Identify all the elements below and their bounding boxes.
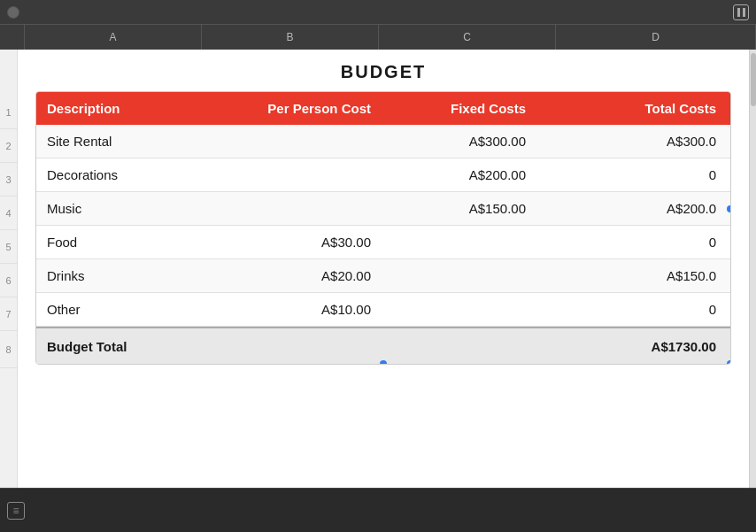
row-num-1: 1 [0, 96, 17, 129]
top-bar [0, 0, 756, 25]
row-num-header [0, 25, 25, 50]
row-num-8: 8 [0, 331, 17, 368]
row-numbers: 1 2 3 4 5 6 7 8 [0, 50, 18, 488]
row-num-5: 5 [0, 230, 17, 264]
row-num-3: 3 [0, 163, 17, 197]
cell-description-4[interactable]: Music [36, 194, 213, 223]
row-num-2: 2 [0, 129, 17, 163]
cell-total-7[interactable]: 0 [536, 295, 730, 324]
row-num-6: 6 [0, 264, 17, 297]
table-row: Food A$30.00 0 [36, 226, 730, 259]
budget-title: BUDGET [18, 50, 749, 91]
cell-description-3[interactable]: Decorations [36, 160, 213, 189]
th-fixed-costs: Fixed Costs [382, 92, 536, 125]
cell-total-per-person [213, 339, 382, 353]
app-window: A B C D 1 2 3 4 5 6 7 8 BUDGET Descripti… [0, 0, 756, 532]
cell-total-6[interactable]: A$150.0 [536, 261, 730, 290]
cell-per-person-3[interactable] [213, 168, 382, 182]
selection-handle-bottom-mid [380, 360, 387, 365]
cell-total-value: A$1730.00 [536, 332, 730, 361]
table-row: Music A$150.00 A$200.0 [36, 192, 730, 226]
column-header-row: A B C D [0, 25, 756, 50]
cell-fixed-5[interactable] [382, 235, 536, 250]
cell-per-person-7[interactable]: A$10.00 [213, 295, 382, 324]
table-row: Other A$10.00 0 [36, 293, 730, 327]
th-per-person-cost: Per Person Cost [213, 92, 382, 125]
col-header-c[interactable]: C [379, 25, 556, 50]
budget-table: Description Per Person Cost Fixed Costs … [35, 91, 731, 365]
col-header-a[interactable]: A [25, 25, 202, 50]
table-row: Site Rental A$300.00 A$300.0 [36, 125, 730, 158]
selection-handle-bottom-right [727, 360, 731, 365]
scrollbar-thumb[interactable] [751, 53, 756, 106]
cell-per-person-6[interactable]: A$20.00 [213, 261, 382, 290]
col-header-b[interactable]: B [202, 25, 379, 50]
cell-per-person-5[interactable]: A$30.00 [213, 227, 382, 257]
cell-fixed-3[interactable]: A$200.00 [382, 160, 536, 189]
selection-handle-right-4 [727, 205, 731, 212]
table-row: Decorations A$200.00 0 [36, 158, 730, 192]
pause-bar-right [743, 8, 745, 17]
col-header-d[interactable]: D [556, 25, 756, 50]
cell-fixed-4[interactable]: A$150.00 [382, 194, 536, 223]
pause-button[interactable] [733, 4, 749, 20]
cell-description-7[interactable]: Other [36, 295, 213, 324]
cell-fixed-6[interactable] [382, 269, 536, 283]
cell-total-label: Budget Total [36, 332, 213, 361]
th-total-costs: Total Costs [536, 92, 730, 125]
pause-bar-left [737, 8, 740, 17]
cell-description-6[interactable]: Drinks [36, 261, 213, 290]
cell-fixed-2[interactable]: A$300.00 [382, 127, 536, 156]
right-scrollbar[interactable] [749, 50, 756, 488]
sheets-icon[interactable]: ≡ [7, 502, 25, 520]
cell-total-3[interactable]: 0 [536, 160, 730, 189]
cell-per-person-2[interactable] [213, 135, 382, 149]
cell-total-4[interactable]: A$200.0 [536, 194, 730, 223]
bottom-bar: ≡ [0, 488, 756, 532]
cell-per-person-4[interactable] [213, 202, 382, 216]
cell-total-fixed [382, 339, 536, 353]
cell-description-2[interactable]: Site Rental [36, 127, 213, 156]
table-header-row: Description Per Person Cost Fixed Costs … [36, 92, 730, 125]
cell-total-5[interactable]: 0 [536, 227, 730, 257]
cell-description-5[interactable]: Food [36, 227, 213, 257]
budget-total-row: Budget Total A$1730.00 [36, 327, 730, 364]
table-row: Drinks A$20.00 A$150.0 [36, 259, 730, 293]
cell-fixed-7[interactable] [382, 303, 536, 317]
cell-total-2[interactable]: A$300.0 [536, 127, 730, 156]
main-content: BUDGET Description Per Person Cost Fixed… [18, 50, 749, 488]
row-num-4: 4 [0, 197, 17, 230]
spreadsheet-area: 1 2 3 4 5 6 7 8 BUDGET Description Per P… [0, 50, 756, 488]
row-num-7: 7 [0, 297, 17, 331]
th-description: Description [36, 92, 213, 125]
window-control-btn[interactable] [7, 6, 19, 19]
